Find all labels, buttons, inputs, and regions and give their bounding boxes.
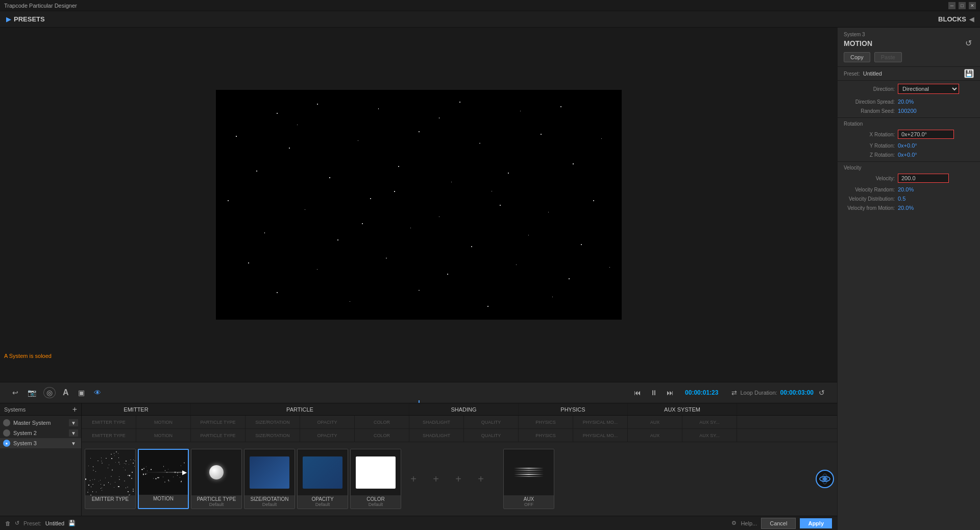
frame-button[interactable]: ▣	[76, 388, 87, 398]
emitter-noise-dot	[133, 463, 134, 464]
cancel-button[interactable]: Cancel	[761, 518, 796, 529]
add-system-button[interactable]: +	[72, 405, 77, 414]
sys2-shad-cell[interactable]: SHAD/LIGHT	[409, 429, 464, 442]
emitter-noise-dot	[133, 489, 134, 490]
particle-dot	[264, 232, 265, 233]
rp-reset-button[interactable]: ↺	[963, 37, 974, 49]
sys2-physics-cell[interactable]: PHYSICS	[519, 429, 573, 442]
go-end-button[interactable]: ⏭	[665, 388, 676, 398]
emitter-noise-dot	[92, 491, 93, 492]
aux-card[interactable]: AUX OFF	[503, 449, 554, 509]
eye-button[interactable]: 👁	[92, 388, 103, 398]
sys2-opacity-cell[interactable]: OPACITY	[300, 429, 355, 442]
camera-button[interactable]: 📷	[26, 388, 38, 398]
emitter-noise-dot	[96, 492, 96, 492]
system-dropdown-master[interactable]: ▼	[69, 419, 78, 426]
frame-icon: ▣	[78, 389, 85, 397]
trash-icon: 🗑	[5, 520, 11, 526]
particle-dot	[541, 134, 542, 135]
save-preset-button[interactable]: 💾	[68, 520, 76, 526]
velocity-section-label: Velocity	[838, 161, 980, 172]
add-aux-button[interactable]: +	[471, 449, 491, 509]
preset-label-rp: Preset:	[844, 71, 860, 77]
master-motion-cell[interactable]: MOTION	[136, 416, 191, 428]
motion-card[interactable]: ▶ MOTION	[138, 449, 189, 509]
emitter-noise-dot	[100, 480, 101, 481]
size-rotation-card[interactable]: SIZE/ROTATION Default	[244, 449, 295, 509]
status-right: ⚙ Help... Cancel Apply	[731, 518, 832, 529]
master-particle-type-cell[interactable]: PARTICLE TYPE	[191, 416, 246, 428]
rp-system-name: System 3	[844, 32, 974, 37]
opacity-card[interactable]: OPACITY Default	[297, 449, 348, 509]
motion-particle	[181, 481, 182, 483]
presets-button[interactable]: ▶ PRESETS	[6, 15, 45, 23]
pause-button[interactable]: ⏸	[648, 388, 659, 398]
particles-toggle-button[interactable]: ◎	[43, 387, 56, 398]
master-physics-cell[interactable]: PHYSICS	[519, 416, 573, 428]
close-button[interactable]: ✕	[969, 2, 976, 9]
undo-button[interactable]: ↩	[10, 388, 20, 398]
rp-motion-label: MOTION	[844, 39, 872, 47]
add-physics-button[interactable]: +	[426, 449, 446, 509]
refresh-button[interactable]: ↺	[15, 520, 19, 526]
minimize-button[interactable]: ─	[948, 2, 955, 9]
master-opacity-cell[interactable]: OPACITY	[300, 416, 355, 428]
system-dropdown-2[interactable]: ▼	[69, 429, 78, 437]
emitter-noise-dot	[94, 479, 95, 479]
timeline-controls: ↩ 📷 ◎ A ▣ 👁 ⏮	[0, 382, 837, 403]
particle-type-card[interactable]: PARTICLE TYPE Default	[191, 449, 242, 509]
settings-button[interactable]: ⚙	[731, 520, 737, 526]
go-start-button[interactable]: ⏮	[632, 388, 643, 398]
velocity-dist-value: 0.5	[898, 196, 905, 202]
sys2-particle-cell[interactable]: PARTICLE TYPE	[191, 429, 246, 442]
master-shad-cell[interactable]: SHAD/LIGHT	[409, 416, 464, 428]
master-aux-cell[interactable]: AUX	[628, 416, 682, 428]
help-button[interactable]: Help...	[741, 520, 757, 526]
apply-button[interactable]: Apply	[800, 518, 832, 528]
master-size-cell[interactable]: SIZE/ROTATION	[246, 416, 300, 428]
velocity-input[interactable]	[898, 174, 949, 183]
sys2-auxsy-cell[interactable]: AUX SY...	[682, 429, 737, 442]
master-color-cell[interactable]: COLOR	[355, 416, 409, 428]
master-auxsy-cell[interactable]: AUX SY...	[682, 416, 737, 428]
sys2-physmo-cell[interactable]: PHYSICAL MO...	[573, 429, 628, 442]
reset-time-button[interactable]: ↺	[817, 388, 827, 398]
system-item-master[interactable]: Master System ▼	[0, 418, 81, 428]
system-dropdown-3[interactable]: ▼	[69, 440, 78, 447]
x-rotation-input[interactable]	[898, 130, 954, 139]
sys2-color-cell[interactable]: COLOR	[355, 429, 409, 442]
add-shading-button[interactable]: +	[403, 449, 424, 509]
add-physics2-button[interactable]: +	[448, 449, 469, 509]
sys2-emitter-cell[interactable]: EMITTER TYPE	[82, 429, 136, 442]
orbit-button[interactable]	[816, 470, 834, 488]
type-button[interactable]: A	[61, 387, 71, 398]
opacity-thumb	[298, 449, 348, 495]
direction-select[interactable]: Directional Bi-Directional Disc Sphere	[898, 84, 959, 94]
emitter-noise-dot	[118, 462, 119, 463]
emitter-noise-dot	[134, 466, 135, 467]
master-physmo-cell[interactable]: PHYSICAL MO...	[573, 416, 628, 428]
blocks-button[interactable]: BLOCKS ◀	[938, 15, 974, 23]
color-card[interactable]: COLOR Default	[350, 449, 401, 509]
master-emitter-type-cell[interactable]: EMITTER TYPE	[82, 416, 136, 428]
master-quality-cell[interactable]: QUALITY	[464, 416, 519, 428]
emitter-noise-dot	[111, 458, 112, 459]
maximize-button[interactable]: □	[959, 2, 966, 9]
emitter-noise-dot	[101, 488, 101, 489]
rp-copy-button[interactable]: Copy	[844, 52, 870, 62]
systems-label: Systems	[4, 406, 26, 413]
motion-particle	[143, 468, 144, 469]
motion-particle	[146, 467, 146, 467]
emitter-noise-dot	[108, 468, 108, 468]
sys2-size-cell[interactable]: SIZE/ROTATION	[246, 429, 300, 442]
sys2-motion-cell[interactable]: MOTION	[136, 429, 191, 442]
trash-button[interactable]: 🗑	[5, 520, 11, 526]
sys2-aux-cell[interactable]: AUX	[628, 429, 682, 442]
system-item-3[interactable]: ● System 3 ▼	[0, 438, 81, 448]
emitter-type-card[interactable]: EMITTER TYPE	[85, 449, 136, 509]
preset-save-button[interactable]: 💾	[964, 69, 974, 78]
sys2-quality-cell[interactable]: QUALITY	[464, 429, 519, 442]
rp-paste-button[interactable]: Paste	[874, 52, 902, 62]
presets-chevron-icon: ▶	[6, 16, 11, 23]
system-item-2[interactable]: System 2 ▼	[0, 428, 81, 438]
